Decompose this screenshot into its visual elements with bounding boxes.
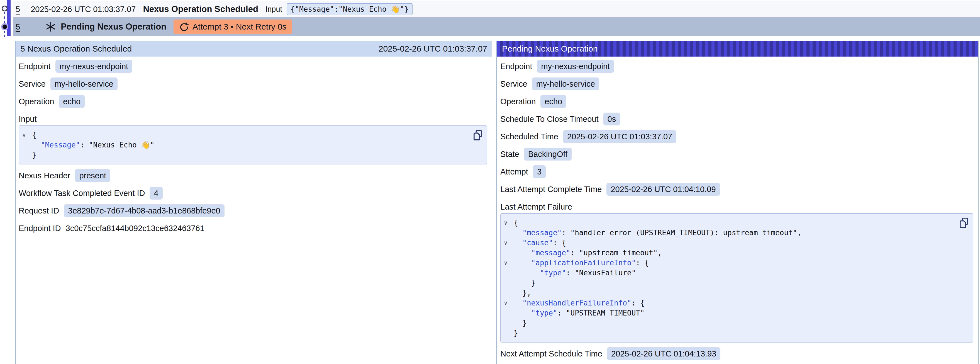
- field-label: Nexus Header: [19, 171, 70, 180]
- field-value-chip: 2025-02-26 UTC 01:04:10.09: [606, 183, 720, 196]
- code-line: }: [504, 318, 956, 328]
- code-gutter: [504, 288, 514, 298]
- field-value-chip: echo: [59, 95, 85, 108]
- field-label: Operation: [500, 97, 536, 106]
- event-detail-fields: Endpointmy-nexus-endpointServicemy-hello…: [16, 57, 492, 235]
- event-id-link[interactable]: 5: [16, 5, 20, 14]
- code-line: "type": "UPSTREAM_TIMEOUT": [504, 308, 956, 318]
- field-value-chip: my-hello-service: [532, 77, 599, 90]
- field-label: Endpoint ID: [19, 224, 61, 233]
- field-value-chip: 3: [533, 165, 546, 178]
- field-input-label: Input: [19, 113, 487, 125]
- json-key: "type": [531, 309, 557, 317]
- field-nexus-header: Nexus Headerpresent: [19, 169, 487, 182]
- code-text: "message": "upstream timeout",: [514, 248, 662, 258]
- event-row-pending[interactable]: 5 Pending Nexus Operation Attempt 3 • Ne…: [13, 17, 980, 36]
- field-label: Workflow Task Completed Event ID: [19, 189, 145, 198]
- json-key: "type": [540, 269, 566, 277]
- timeline-open-circle-icon: [2, 6, 8, 11]
- code-text: "Message": "Nexus Echo 👋": [32, 140, 154, 150]
- input-preview-chip[interactable]: {"Message":"Nexus Echo 👋"}: [286, 3, 412, 15]
- code-text: {: [514, 218, 518, 228]
- field-value-chip: 0s: [603, 113, 620, 125]
- field-last-attempt-failure-label: Last Attempt Failure: [500, 200, 973, 213]
- code-line: ∨{: [504, 218, 956, 228]
- code-text: "cause": {: [514, 238, 566, 248]
- pending-event-name: Pending Nexus Operation: [61, 22, 166, 32]
- field-scheduled-time: Scheduled Time2025-02-26 UTC 01:03:37.07: [500, 130, 973, 143]
- code-line: }: [504, 278, 956, 288]
- code-gutter: [504, 308, 514, 318]
- field-endpoint: Endpointmy-nexus-endpoint: [19, 60, 487, 73]
- field-next-attempt-schedule-time: Next Attempt Schedule Time2025-02-26 UTC…: [500, 347, 973, 360]
- collapse-chevron-icon[interactable]: ∨: [504, 238, 514, 248]
- timeline-active-bar: [7, 0, 11, 36]
- pending-operation-fields: Endpointmy-nexus-endpointServicemy-hello…: [497, 57, 978, 360]
- field-operation: Operationecho: [500, 95, 973, 108]
- code-gutter: [504, 318, 514, 328]
- field-label: Last Attempt Complete Time: [500, 185, 602, 194]
- event-detail-panel: 5 Nexus Operation Scheduled 2025-02-26 U…: [16, 41, 492, 364]
- input-label: Input: [266, 5, 282, 14]
- json-key: "Message": [41, 141, 80, 149]
- code-line: "message": "handler error (UPSTREAM_TIME…: [504, 228, 956, 238]
- code-line: }: [22, 150, 470, 160]
- field-label: Endpoint: [19, 62, 51, 71]
- code-line: "Message": "Nexus Echo 👋": [22, 140, 470, 150]
- event-id-link[interactable]: 5: [16, 22, 20, 32]
- field-endpoint-id: Endpoint ID3c0c75ccfa8144b092c13ce632463…: [19, 222, 487, 235]
- field-label: Schedule To Close Timeout: [500, 115, 599, 124]
- field-value-chip: my-nexus-endpoint: [56, 60, 133, 73]
- event-detail-timestamp: 2025-02-26 UTC 01:03:37.07: [379, 44, 487, 54]
- field-label: Service: [19, 80, 46, 89]
- field-state: StateBackingOff: [500, 148, 973, 161]
- copy-icon[interactable]: [473, 129, 483, 141]
- last-attempt-failure-code-block: ∨{ "message": "handler error (UPSTREAM_T…: [500, 213, 973, 343]
- timeline-filled-dot-icon: [3, 24, 7, 29]
- code-line: }: [504, 328, 956, 338]
- event-name: Nexus Operation Scheduled: [143, 4, 258, 14]
- field-attempt: Attempt3: [500, 165, 973, 178]
- detail-panels: 5 Nexus Operation Scheduled 2025-02-26 U…: [0, 41, 980, 364]
- code-line: ∨{: [22, 130, 470, 140]
- field-label: Request ID: [19, 206, 59, 216]
- code-text: }: [514, 318, 527, 328]
- event-row-scheduled[interactable]: 5 2025-02-26 UTC 01:03:37.07 Nexus Opera…: [13, 1, 980, 17]
- pending-operation-panel: Pending Nexus Operation Endpointmy-nexus…: [496, 41, 978, 364]
- field-label: Service: [500, 80, 527, 89]
- pending-operation-title: Pending Nexus Operation: [502, 44, 598, 54]
- collapse-chevron-icon[interactable]: ∨: [504, 298, 514, 308]
- field-label: Next Attempt Schedule Time: [500, 349, 602, 358]
- field-label: Endpoint: [500, 62, 532, 71]
- copy-icon[interactable]: [959, 217, 969, 229]
- field-workflow-task-completed-event-id: Workflow Task Completed Event ID4: [19, 187, 487, 200]
- field-value-chip: my-hello-service: [51, 77, 118, 90]
- field-value-chip: 3e829b7e-7d67-4b08-aad3-b1e868bfe9e0: [64, 204, 224, 217]
- code-gutter: [504, 278, 514, 288]
- input-code-block: ∨{ "Message": "Nexus Echo 👋"}: [19, 125, 487, 164]
- event-detail-header: 5 Nexus Operation Scheduled 2025-02-26 U…: [16, 41, 492, 57]
- pending-operation-header: Pending Nexus Operation: [497, 41, 978, 57]
- field-value-chip: BackingOff: [524, 148, 572, 161]
- event-history-page: 5 2025-02-26 UTC 01:03:37.07 Nexus Opera…: [0, 0, 980, 364]
- collapse-chevron-icon[interactable]: ∨: [22, 130, 32, 140]
- json-key: "applicationFailureInfo": [531, 259, 636, 267]
- pending-asterisk-icon: [46, 22, 56, 32]
- field-value-link[interactable]: 3c0c75ccfa8144b092c13ce632463761: [66, 224, 204, 233]
- collapse-chevron-icon[interactable]: ∨: [504, 218, 514, 228]
- field-label: State: [500, 150, 519, 159]
- collapse-chevron-icon[interactable]: ∨: [504, 258, 514, 268]
- field-service: Servicemy-hello-service: [500, 77, 973, 90]
- retry-badge-text: Attempt 3 • Next Retry 0s: [192, 22, 286, 32]
- code-line: "message": "upstream timeout",: [504, 248, 956, 258]
- code-text: {: [32, 130, 37, 140]
- code-text: "nexusHandlerFailureInfo": {: [514, 298, 644, 308]
- json-key: "nexusHandlerFailureInfo": [522, 299, 631, 307]
- code-gutter: [504, 328, 514, 338]
- code-text: }: [32, 150, 37, 160]
- field-value-chip: present: [75, 169, 110, 182]
- field-operation: Operationecho: [19, 95, 487, 108]
- field-label: Operation: [19, 97, 54, 106]
- field-endpoint: Endpointmy-nexus-endpoint: [500, 60, 973, 73]
- code-line: "type": "NexusFailure": [504, 268, 956, 278]
